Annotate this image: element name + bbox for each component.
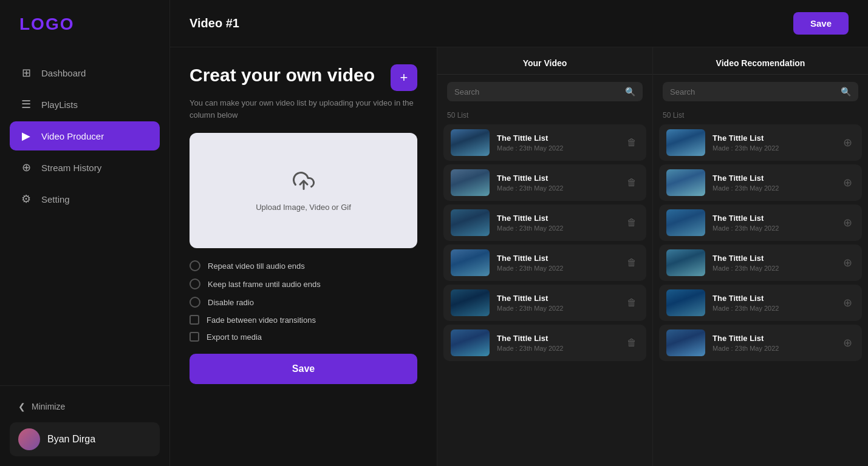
save-button-top[interactable]: Save — [793, 12, 849, 35]
setting-icon: ⚙ — [19, 192, 33, 206]
video-info: The Tittle List Made : 23th May 2022 — [713, 334, 833, 352]
sidebar-item-setting[interactable]: ⚙ Setting — [10, 184, 160, 214]
minimize-button[interactable]: ❮ Minimize — [10, 396, 160, 417]
option-label: Disable radio — [208, 298, 254, 307]
list-item[interactable]: The Tittle List Made : 23th May 2022 🗑 — [443, 124, 646, 161]
sidebar-item-video-producer[interactable]: ▶ Video Producer — [10, 121, 160, 150]
topbar: Video #1 Save — [170, 0, 868, 47]
video-info: The Tittle List Made : 23th May 2022 — [497, 294, 617, 312]
video-info: The Tittle List Made : 23th May 2022 — [497, 133, 617, 152]
upload-icon — [293, 170, 315, 197]
list-item[interactable]: The Tittle List Made : 23th May 2022 🗑 — [443, 204, 646, 241]
radio-disable-radio[interactable] — [190, 297, 200, 308]
user-profile[interactable]: Byan Dirga — [10, 422, 160, 456]
stream-history-icon: ⊕ — [19, 161, 33, 174]
option-label: Keep last frame until audio ends — [208, 280, 321, 289]
add-icon[interactable]: ⊕ — [841, 214, 855, 232]
delete-icon[interactable]: 🗑 — [624, 295, 639, 311]
option-fade-transitions[interactable]: Fade between video transitions — [190, 315, 417, 325]
main-content: Video #1 Save Creat your own video + You… — [170, 0, 868, 466]
checkbox-export-media[interactable] — [190, 332, 199, 342]
save-button-main[interactable]: Save — [190, 354, 417, 384]
video-title: The Tittle List — [497, 294, 617, 303]
video-date: Made : 23th May 2022 — [713, 184, 833, 192]
sidebar-item-label: Dashboard — [41, 68, 86, 78]
video-thumbnail — [666, 249, 705, 276]
list-item[interactable]: The Tittle List Made : 23th May 2022 ⊕ — [659, 204, 862, 241]
sidebar-item-dashboard[interactable]: ⊞ Dashboard — [10, 58, 160, 87]
list-item[interactable]: The Tittle List Made : 23th May 2022 ⊕ — [659, 245, 862, 281]
delete-icon[interactable]: 🗑 — [624, 255, 639, 271]
dashboard-icon: ⊞ — [19, 66, 33, 79]
add-video-button[interactable]: + — [391, 64, 417, 91]
list-item[interactable]: The Tittle List Made : 23th May 2022 ⊕ — [659, 325, 862, 361]
video-date: Made : 23th May 2022 — [497, 345, 617, 352]
creator-title: Creat your own video — [190, 64, 375, 86]
sidebar: LOGO ⊞ Dashboard ☰ PlayLists ▶ Video Pro… — [0, 0, 170, 466]
sidebar-item-label: PlayLists — [41, 100, 78, 110]
option-label: Fade between video transitions — [207, 316, 316, 325]
add-icon[interactable]: ⊕ — [841, 174, 855, 192]
your-video-count: 50 List — [437, 109, 652, 124]
playlists-icon: ☰ — [19, 98, 33, 111]
list-item[interactable]: The Tittle List Made : 23th May 2022 🗑 — [443, 285, 646, 321]
delete-icon[interactable]: 🗑 — [624, 215, 639, 231]
option-repeat-video[interactable]: Repeat video till audio ends — [190, 260, 417, 271]
creator-header: Creat your own video + — [190, 64, 417, 91]
video-date: Made : 23th May 2022 — [713, 305, 833, 312]
recommendation-search-input[interactable] — [670, 87, 836, 96]
sidebar-item-label: Stream History — [41, 163, 101, 173]
recommendation-count: 50 List — [653, 109, 868, 124]
video-info: The Tittle List Made : 23th May 2022 — [497, 214, 617, 232]
video-date: Made : 23th May 2022 — [497, 184, 617, 192]
video-thumbnail — [666, 129, 705, 156]
checkbox-fade-transitions[interactable] — [190, 315, 199, 325]
add-icon[interactable]: ⊕ — [841, 294, 855, 312]
video-thumbnail — [451, 289, 490, 316]
creator-panel: Creat your own video + You can make your… — [170, 47, 437, 466]
video-title: The Tittle List — [713, 254, 833, 263]
radio-repeat-video[interactable] — [190, 260, 200, 271]
option-disable-radio[interactable]: Disable radio — [190, 297, 417, 308]
video-title: The Tittle List — [713, 174, 833, 183]
video-date: Made : 23th May 2022 — [713, 265, 833, 272]
add-icon[interactable]: ⊕ — [841, 254, 855, 272]
your-video-list: The Tittle List Made : 23th May 2022 🗑 T… — [437, 124, 652, 466]
your-video-search-input[interactable] — [454, 87, 620, 96]
your-video-header: Your Video — [437, 47, 652, 75]
option-label: Repeat video till audio ends — [208, 262, 305, 271]
video-title: The Tittle List — [497, 254, 617, 263]
delete-icon[interactable]: 🗑 — [624, 335, 639, 351]
option-keep-last-frame[interactable]: Keep last frame until audio ends — [190, 279, 417, 289]
delete-icon[interactable]: 🗑 — [624, 135, 639, 150]
option-label: Export to media — [207, 333, 262, 342]
list-item[interactable]: The Tittle List Made : 23th May 2022 🗑 — [443, 164, 646, 201]
add-icon[interactable]: ⊕ — [841, 133, 855, 152]
your-video-search-bar: 🔍 — [447, 82, 643, 101]
logo: LOGO — [0, 0, 169, 49]
creator-subtitle: You can make your own video list by uplo… — [190, 97, 417, 121]
search-icon: 🔍 — [841, 87, 851, 96]
sidebar-item-stream-history[interactable]: ⊕ Stream History — [10, 153, 160, 182]
delete-icon[interactable]: 🗑 — [624, 175, 639, 191]
add-icon[interactable]: ⊕ — [841, 334, 855, 352]
list-item[interactable]: The Tittle List Made : 23th May 2022 🗑 — [443, 325, 646, 361]
video-title: The Tittle List — [713, 214, 833, 223]
sidebar-item-playlists[interactable]: ☰ PlayLists — [10, 90, 160, 119]
video-date: Made : 23th May 2022 — [497, 144, 617, 152]
upload-zone[interactable]: Upload Image, Video or Gif — [190, 133, 417, 248]
list-item[interactable]: The Tittle List Made : 23th May 2022 ⊕ — [659, 124, 862, 161]
list-item[interactable]: The Tittle List Made : 23th May 2022 ⊕ — [659, 285, 862, 321]
user-name: Byan Dirga — [47, 434, 95, 445]
video-thumbnail — [451, 249, 490, 276]
option-export-media[interactable]: Export to media — [190, 332, 417, 342]
radio-keep-last-frame[interactable] — [190, 279, 200, 289]
list-item[interactable]: The Tittle List Made : 23th May 2022 🗑 — [443, 245, 646, 281]
video-producer-icon: ▶ — [19, 129, 33, 143]
video-info: The Tittle List Made : 23th May 2022 — [497, 334, 617, 352]
video-date: Made : 23th May 2022 — [713, 225, 833, 232]
sidebar-item-label: Video Producer — [41, 131, 104, 141]
list-item[interactable]: The Tittle List Made : 23th May 2022 ⊕ — [659, 164, 862, 201]
upload-text: Upload Image, Video or Gif — [256, 203, 351, 212]
video-thumbnail — [451, 329, 490, 356]
